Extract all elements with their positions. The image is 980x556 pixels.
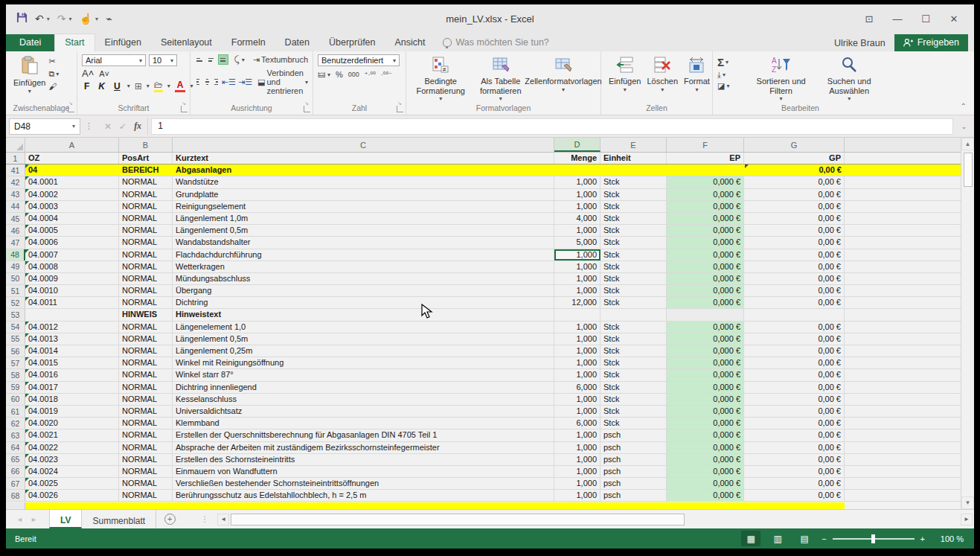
cell[interactable]: BEREICH: [119, 164, 173, 176]
cancel-icon[interactable]: ✕: [104, 121, 112, 132]
cell[interactable]: Kesselanschluss: [173, 394, 554, 405]
cell[interactable]: 04.0004: [25, 213, 119, 224]
cut-icon[interactable]: ✂: [48, 57, 59, 66]
column-header-f[interactable]: F: [667, 138, 744, 152]
cell[interactable]: Stck: [601, 369, 667, 380]
cell[interactable]: psch: [601, 429, 667, 441]
cell[interactable]: Längenlement 0,5m: [173, 333, 554, 345]
cell[interactable]: Längenlement 1,0m: [173, 213, 554, 224]
cell[interactable]: 0,000 €: [667, 322, 744, 333]
cell[interactable]: 0,00 €: [744, 406, 845, 417]
delete-cells-button[interactable]: Löschen▾: [644, 54, 681, 95]
row-header[interactable]: 52: [6, 297, 25, 308]
italic-button[interactable]: K: [96, 81, 107, 92]
cell[interactable]: 1,000: [554, 357, 601, 368]
insert-cells-button[interactable]: Einfügen▾: [606, 54, 644, 95]
cell[interactable]: Stck: [601, 189, 667, 200]
minimize-button[interactable]: —: [885, 9, 910, 28]
cell[interactable]: 04.0025: [25, 478, 119, 489]
comma-style-icon[interactable]: 000: [348, 71, 359, 78]
cell[interactable]: 04.0014: [25, 345, 119, 357]
cell[interactable]: 04.0005: [25, 225, 119, 236]
expand-formula-bar-icon[interactable]: ⌄: [956, 123, 971, 130]
cell[interactable]: 1,000: [554, 273, 601, 284]
scroll-up-icon[interactable]: ▲: [961, 138, 974, 150]
name-box[interactable]: D48▾: [9, 118, 80, 135]
format-painter-icon[interactable]: 🖌: [48, 82, 59, 91]
row-header[interactable]: 67: [6, 478, 25, 489]
clear-icon[interactable]: ◪▾: [717, 81, 747, 91]
cell[interactable]: Flachdachdurchführung: [173, 249, 554, 261]
zoom-out-icon[interactable]: −: [822, 534, 826, 543]
row-header[interactable]: 65: [6, 454, 25, 465]
cell[interactable]: Winkel mit Reinigungsöffnung: [173, 357, 554, 368]
scroll-right-icon[interactable]: ►: [961, 514, 973, 525]
cell[interactable]: 0,000 €: [667, 261, 744, 272]
font-color-icon[interactable]: A: [175, 80, 186, 92]
cell[interactable]: Wandstütze: [173, 176, 554, 188]
cell[interactable]: [845, 237, 961, 248]
cell[interactable]: [845, 478, 961, 489]
cell[interactable]: 04.0009: [25, 273, 119, 284]
cell[interactable]: NORMAL: [119, 285, 173, 296]
format-as-table-button[interactable]: Als Tabelle formatieren▾: [471, 54, 531, 103]
cell[interactable]: [25, 309, 119, 320]
cell[interactable]: 0,000 €: [667, 189, 744, 200]
cell[interactable]: 04.0021: [25, 429, 119, 441]
formula-input[interactable]: 1: [151, 118, 953, 135]
cell[interactable]: [845, 201, 961, 212]
cell[interactable]: 0,00 €: [744, 382, 845, 393]
cell[interactable]: 0,000 €: [667, 466, 744, 477]
grow-font-icon[interactable]: A˄: [82, 68, 94, 79]
scroll-down-icon[interactable]: ▼: [961, 496, 974, 509]
column-header-a[interactable]: A: [25, 138, 119, 152]
cell[interactable]: 0,00 €: [744, 213, 845, 224]
cell[interactable]: EP: [667, 153, 744, 164]
cell[interactable]: Stck: [601, 201, 667, 212]
cell[interactable]: 0,00 €: [744, 237, 845, 248]
cell[interactable]: Längenlement 0,25m: [173, 345, 554, 357]
cell[interactable]: Absprache der Arbeiten mit zuständigem B…: [173, 442, 554, 453]
cell[interactable]: 0,000 €: [667, 418, 744, 429]
new-sheet-button[interactable]: +: [156, 510, 183, 528]
cell[interactable]: Stck: [601, 394, 667, 405]
cell[interactable]: NORMAL: [119, 333, 173, 345]
cell[interactable]: 0,000 €: [667, 429, 744, 441]
cell[interactable]: 0,00 €: [744, 442, 845, 453]
cell[interactable]: [845, 273, 961, 284]
cell[interactable]: NORMAL: [119, 478, 173, 489]
cell[interactable]: [845, 153, 961, 164]
user-name[interactable]: Ulrike Braun: [834, 38, 885, 48]
cell[interactable]: Menge: [554, 153, 601, 164]
row-header[interactable]: 42: [6, 176, 25, 188]
cell[interactable]: [845, 382, 961, 393]
increase-indent-icon[interactable]: ⇥☰: [238, 77, 252, 87]
cell[interactable]: 1,000: [554, 345, 601, 357]
cell[interactable]: [845, 394, 961, 405]
cell[interactable]: 1,000: [554, 189, 601, 200]
row-header[interactable]: 66: [6, 466, 25, 477]
shrink-font-icon[interactable]: A˅: [99, 69, 109, 78]
cell[interactable]: NORMAL: [119, 490, 173, 501]
cell[interactable]: Stck: [601, 333, 667, 345]
format-cells-button[interactable]: Format▾: [681, 54, 713, 95]
cell[interactable]: 04.0022: [25, 442, 119, 453]
cell[interactable]: Stck: [601, 213, 667, 224]
cell[interactable]: 5,000: [554, 237, 601, 248]
cell[interactable]: [554, 164, 601, 176]
cell[interactable]: [845, 345, 961, 357]
cell[interactable]: 1,000: [554, 490, 601, 501]
cell[interactable]: 0,00 €: [744, 454, 845, 465]
cell[interactable]: 04.0006: [25, 237, 119, 248]
cell[interactable]: [744, 309, 845, 320]
row-header[interactable]: 53: [6, 309, 25, 320]
cell[interactable]: 04.0010: [25, 285, 119, 296]
cell[interactable]: NORMAL: [119, 237, 173, 248]
cell[interactable]: [845, 189, 961, 200]
cell[interactable]: 0,000 €: [667, 369, 744, 380]
cell[interactable]: Hinweistext: [173, 309, 554, 320]
percent-style-icon[interactable]: %: [336, 70, 343, 79]
row-header[interactable]: 59: [6, 382, 25, 393]
decrease-indent-icon[interactable]: ⇤☰: [222, 77, 236, 87]
cell[interactable]: PosArt: [119, 153, 173, 164]
